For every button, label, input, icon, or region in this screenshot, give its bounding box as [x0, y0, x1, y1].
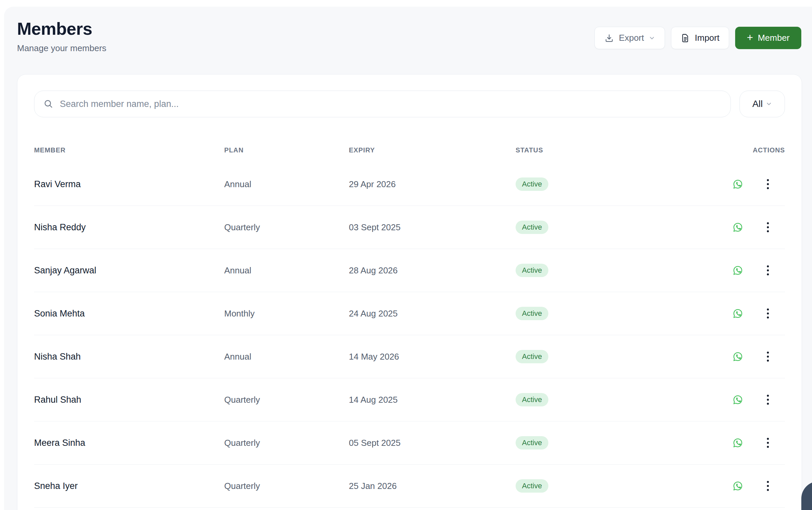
member-expiry: 24 Aug 2025 [349, 309, 516, 319]
status-badge: Active [516, 393, 548, 406]
member-status-cell: Active [516, 177, 719, 191]
status-badge: Active [516, 350, 548, 363]
plus-icon: + [747, 32, 753, 43]
member-status-cell: Active [516, 221, 719, 234]
filter-all-label: All [752, 98, 762, 109]
kebab-menu-icon[interactable] [765, 436, 770, 449]
column-header-expiry: EXPIRY [349, 146, 516, 154]
table-row: Meera Sinha Quarterly 05 Sept 2025 Activ… [34, 421, 785, 464]
table-row: Ravi Verma Annual 29 Apr 2026 Active [34, 163, 785, 206]
member-expiry: 03 Sept 2025 [349, 222, 516, 233]
member-expiry: 28 Aug 2026 [349, 265, 516, 276]
kebab-menu-icon[interactable] [765, 178, 770, 191]
row-actions [719, 264, 785, 277]
app-content: Members Manage your members Export [4, 7, 812, 510]
row-actions [719, 350, 785, 363]
member-plan: Quarterly [224, 438, 349, 448]
status-badge: Active [516, 177, 548, 191]
member-name: Meera Sinha [34, 438, 224, 448]
whatsapp-icon[interactable] [732, 437, 744, 449]
status-badge: Active [516, 436, 548, 450]
import-button-label: Import [695, 33, 720, 43]
export-button[interactable]: Export [594, 27, 665, 49]
kebab-menu-icon[interactable] [765, 307, 770, 320]
member-expiry: 14 Aug 2025 [349, 395, 516, 405]
column-header-member: MEMBER [34, 146, 224, 154]
member-expiry: 25 Jan 2026 [349, 481, 516, 491]
row-actions [719, 307, 785, 320]
toolbar: Export Import + Member [594, 27, 801, 49]
member-table-body: Ravi Verma Annual 29 Apr 2026 Active Nis… [34, 163, 785, 508]
kebab-menu-icon[interactable] [765, 393, 770, 406]
whatsapp-icon[interactable] [732, 480, 744, 492]
download-icon [604, 33, 614, 43]
member-expiry: 29 Apr 2026 [349, 179, 516, 190]
table-row: Sanjay Agarwal Annual 28 Aug 2026 Active [34, 249, 785, 292]
whatsapp-icon[interactable] [732, 265, 744, 276]
search-icon [43, 98, 54, 109]
member-name: Sneha Iyer [34, 481, 224, 491]
table-row: Sonia Mehta Monthly 24 Aug 2025 Active [34, 292, 785, 335]
kebab-menu-icon[interactable] [765, 221, 770, 234]
chevron-down-icon [648, 35, 655, 41]
status-badge: Active [516, 264, 548, 277]
member-expiry: 05 Sept 2025 [349, 438, 516, 448]
member-plan: Quarterly [224, 481, 349, 491]
file-icon [681, 33, 690, 43]
search-box[interactable] [34, 91, 731, 117]
member-plan: Annual [224, 265, 349, 276]
table-header: MEMBER PLAN EXPIRY STATUS ACTIONS [34, 141, 785, 160]
status-badge: Active [516, 307, 548, 320]
table-row: Nisha Shah Annual 14 May 2026 Active [34, 335, 785, 378]
member-name: Ravi Verma [34, 179, 224, 190]
member-name: Rahul Shah [34, 395, 224, 405]
whatsapp-icon[interactable] [732, 394, 744, 405]
filter-row: All [34, 91, 785, 117]
filter-all-dropdown[interactable]: All [740, 91, 785, 117]
member-name: Sonia Mehta [34, 309, 224, 319]
add-member-label: Member [758, 33, 790, 43]
member-status-cell: Active [516, 264, 719, 277]
member-status-cell: Active [516, 393, 719, 406]
kebab-menu-icon[interactable] [765, 350, 770, 363]
member-status-cell: Active [516, 350, 719, 363]
member-plan: Quarterly [224, 395, 349, 405]
row-actions [719, 436, 785, 449]
whatsapp-icon[interactable] [732, 308, 744, 319]
member-status-cell: Active [516, 479, 719, 492]
column-header-status: STATUS [516, 146, 719, 154]
row-actions [719, 393, 785, 406]
member-plan: Annual [224, 179, 349, 190]
column-header-actions: ACTIONS [719, 146, 785, 154]
kebab-menu-icon[interactable] [765, 480, 770, 492]
member-name: Sanjay Agarwal [34, 265, 224, 276]
member-plan: Annual [224, 351, 349, 362]
member-name: Nisha Reddy [34, 222, 224, 233]
whatsapp-icon[interactable] [732, 178, 744, 190]
import-button[interactable]: Import [671, 27, 729, 49]
column-header-plan: PLAN [224, 146, 349, 154]
search-input[interactable] [60, 91, 722, 117]
export-button-label: Export [619, 33, 644, 43]
status-badge: Active [516, 221, 548, 234]
members-card: All MEMBER PLAN EXPIRY STATUS ACTIONS Ra… [17, 74, 802, 510]
whatsapp-icon[interactable] [732, 351, 744, 362]
chevron-down-icon [765, 101, 772, 107]
member-plan: Monthly [224, 309, 349, 319]
table-row: Rahul Shah Quarterly 14 Aug 2025 Active [34, 378, 785, 421]
kebab-menu-icon[interactable] [765, 264, 770, 277]
page-header: Members Manage your members Export [4, 7, 812, 60]
member-expiry: 14 May 2026 [349, 351, 516, 362]
status-badge: Active [516, 479, 548, 492]
row-actions [719, 480, 785, 492]
member-name: Nisha Shah [34, 351, 224, 362]
member-status-cell: Active [516, 307, 719, 320]
member-plan: Quarterly [224, 222, 349, 233]
row-actions [719, 221, 785, 234]
whatsapp-icon[interactable] [732, 222, 744, 233]
table-row: Nisha Reddy Quarterly 03 Sept 2025 Activ… [34, 206, 785, 249]
table-row: Sneha Iyer Quarterly 25 Jan 2026 Active [34, 464, 785, 508]
member-status-cell: Active [516, 436, 719, 450]
floating-corner-widget[interactable] [801, 481, 812, 510]
add-member-button[interactable]: + Member [735, 27, 801, 49]
